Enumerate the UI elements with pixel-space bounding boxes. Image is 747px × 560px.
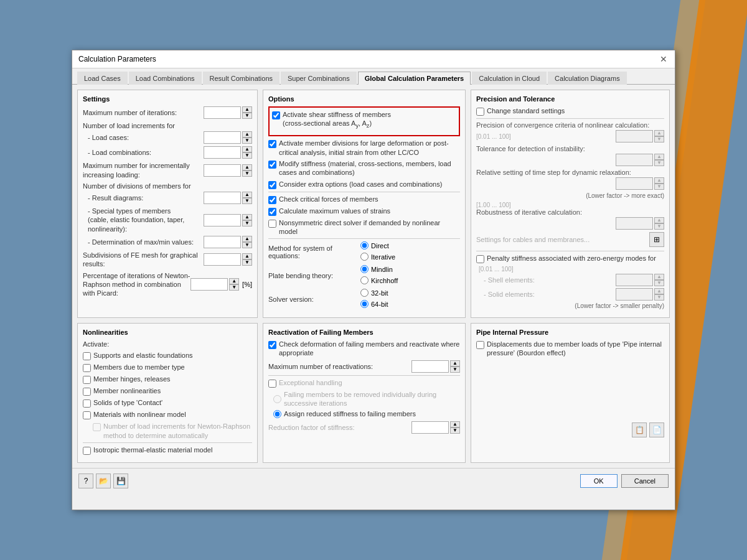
tab-calculation-diagrams[interactable]: Calculation Diagrams	[548, 72, 627, 85]
method-direct-radio[interactable]	[360, 241, 369, 250]
det-minmax-down[interactable]: ▼	[242, 242, 252, 248]
result-diagrams-up[interactable]: ▲	[242, 192, 252, 198]
det-minmax-input[interactable]: 10	[204, 236, 241, 248]
solid-elements-label: - Solid elements:	[484, 290, 616, 299]
shear-stiffness-checkbox[interactable]	[272, 111, 280, 119]
bottom-panels-row: Nonlinearities Activate: Supports and el…	[77, 323, 670, 463]
method-iterative-radio[interactable]	[360, 253, 369, 261]
relative-label: Relative setting of time step for dynami…	[476, 169, 664, 176]
tab-super-combinations[interactable]: Super Combinations	[281, 72, 357, 85]
shell-elements-row: - Shell elements: ▲ ▼	[476, 274, 664, 286]
percentage-input[interactable]: 5	[190, 278, 228, 291]
settings-panel: Settings Maximum number of iterations: 1…	[77, 90, 258, 318]
hinges-checkbox[interactable]	[83, 376, 91, 384]
cancel-button[interactable]: Cancel	[621, 474, 669, 488]
special-members-input[interactable]: 10	[204, 214, 241, 226]
det-minmax-label: - Determination of max/min values:	[88, 238, 204, 246]
close-button[interactable]: ✕	[659, 54, 669, 64]
load-cases-input[interactable]: 1	[204, 131, 241, 144]
supports-checkbox[interactable]	[83, 352, 91, 360]
det-minmax-up[interactable]: ▲	[242, 236, 252, 242]
reduction-label: Reduction factor of stiffness:	[268, 423, 411, 432]
result-diagrams-down[interactable]: ▼	[242, 198, 252, 204]
tab-result-combinations[interactable]: Result Combinations	[203, 72, 280, 85]
load-combos-down[interactable]: ▼	[242, 152, 252, 159]
nonsymmetric-checkbox[interactable]	[268, 220, 276, 228]
checkbox2-row: Activate member divisions for large defo…	[268, 139, 460, 157]
isotropic-checkbox[interactable]	[83, 447, 91, 455]
solids-checkbox[interactable]	[83, 399, 91, 408]
materials-checkbox[interactable]	[83, 411, 91, 419]
subdivisions-input[interactable]: 3	[204, 253, 241, 266]
save-button[interactable]: 💾	[113, 474, 128, 488]
subdivisions-up[interactable]: ▲	[242, 253, 252, 259]
tolerance-arrows: ▲ ▼	[654, 154, 664, 166]
ok-button[interactable]: OK	[580, 474, 618, 488]
plate-kirchhoff-radio[interactable]	[360, 276, 369, 284]
open-button[interactable]: 📂	[96, 474, 111, 488]
max-incremental-row: Maximum number for incrementally increas…	[83, 161, 252, 179]
max-incremental-down[interactable]: ▼	[242, 170, 252, 177]
cables-settings-button[interactable]: ⊞	[649, 232, 664, 247]
calc-max-strains-checkbox[interactable]	[268, 208, 276, 216]
solid-arrows: ▲ ▼	[654, 288, 664, 301]
load-combos-input[interactable]: 1	[204, 146, 241, 159]
modify-stiffness-checkbox[interactable]	[268, 161, 276, 169]
reduction-input[interactable]: 1000	[411, 421, 449, 434]
tolerance-spinner: ▲ ▼	[616, 154, 664, 166]
solver-32-radio[interactable]	[360, 289, 369, 297]
reduction-up[interactable]: ▲	[450, 421, 460, 427]
load-cases-down[interactable]: ▼	[242, 138, 252, 144]
shell-down: ▼	[654, 280, 664, 286]
load-combos-up[interactable]: ▲	[242, 146, 252, 152]
solver-64-radio[interactable]	[360, 300, 369, 308]
check-critical-label: Check critical forces of members	[279, 195, 378, 203]
plate-mindlin-radio[interactable]	[360, 265, 369, 273]
max-incremental-input[interactable]: 1000	[204, 164, 241, 177]
help-button[interactable]: ?	[78, 474, 93, 488]
options-panel: Options Activate shear stiffness of memb…	[263, 90, 466, 318]
load-cases-label: - Load cases:	[88, 133, 204, 142]
tab-load-cases[interactable]: Load Cases	[77, 72, 128, 85]
failing-remove-label: Failing members to be removed individual…	[284, 390, 460, 408]
max-iterations-up[interactable]: ▲	[242, 106, 252, 113]
shear-stiffness-highlight: Activate shear stiffness of members(cros…	[268, 106, 460, 136]
tab-calculation-cloud[interactable]: Calculation in Cloud	[472, 72, 547, 85]
tab-global-calculation[interactable]: Global Calculation Parameters	[358, 72, 471, 85]
solver-options: 32-bit 64-bit	[360, 289, 388, 310]
max-reactivations-down[interactable]: ▼	[450, 366, 460, 373]
tab-load-combinations[interactable]: Load Combinations	[129, 72, 202, 85]
max-iterations-down[interactable]: ▼	[242, 113, 252, 119]
penalty-checkbox[interactable]	[476, 255, 484, 263]
precision-panel: Precision and Tolerance Change standard …	[471, 90, 670, 318]
percentage-up[interactable]: ▲	[229, 278, 239, 284]
plate-kirchhoff-row: Kirchhoff	[360, 276, 398, 284]
max-incremental-up[interactable]: ▲	[242, 164, 252, 170]
pipe-export-button1[interactable]: 📋	[632, 422, 647, 437]
member-divisions-checkbox[interactable]	[268, 140, 276, 148]
assign-reduced-radio[interactable]	[273, 410, 281, 418]
member-nonlin-checkbox[interactable]	[83, 388, 91, 396]
check-deform-checkbox[interactable]	[268, 341, 276, 349]
check-critical-checkbox[interactable]	[268, 196, 276, 204]
result-diagrams-input[interactable]: 10	[204, 192, 241, 204]
load-cases-up[interactable]: ▲	[242, 131, 252, 138]
special-members-label: - Special types of members(cable, elasti…	[88, 207, 204, 233]
max-reactivations-input[interactable]: 3	[411, 360, 449, 373]
max-reactivations-up[interactable]: ▲	[450, 360, 460, 366]
reduction-down[interactable]: ▼	[450, 427, 460, 434]
hinges-label: Member hinges, releases	[93, 375, 171, 383]
extra-options-checkbox[interactable]	[268, 181, 276, 189]
subdivisions-down[interactable]: ▼	[242, 259, 252, 266]
displacements-checkbox[interactable]	[476, 341, 484, 349]
exceptional-checkbox[interactable]	[268, 380, 276, 388]
special-members-down[interactable]: ▼	[242, 220, 252, 226]
change-std-checkbox[interactable]	[476, 108, 484, 116]
max-iterations-input[interactable]: 100	[204, 106, 241, 119]
pipe-export-button2[interactable]: 📄	[649, 422, 664, 437]
convergence-spinner: ▲ ▼	[616, 130, 664, 142]
robustness-input	[616, 217, 653, 230]
percentage-down[interactable]: ▼	[229, 284, 239, 291]
members-type-checkbox[interactable]	[83, 364, 91, 372]
special-members-up[interactable]: ▲	[242, 214, 252, 220]
